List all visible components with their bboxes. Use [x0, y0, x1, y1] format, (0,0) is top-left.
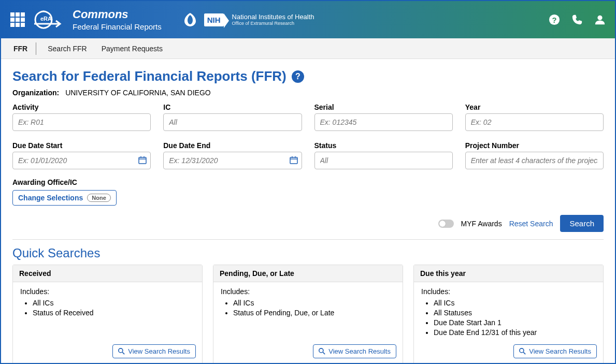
list-item: All ICs — [33, 299, 195, 307]
label-year: Year — [465, 103, 604, 111]
header-title: Commons — [73, 9, 162, 20]
quick-card-pending: Pending, Due, or Late Includes: All ICs … — [213, 265, 403, 364]
list-item: All Statuses — [434, 309, 596, 317]
header-titles: Commons Federal Financial Reports — [73, 9, 162, 31]
label-activity: Activity — [12, 103, 151, 111]
list-item: Due Date End 12/31 of this year — [434, 328, 596, 337]
input-activity[interactable] — [12, 113, 151, 131]
top-header: eRA Commons Federal Financial Reports NI… — [1, 1, 615, 38]
view-button-label: View Search Results — [128, 347, 190, 355]
view-search-results-button[interactable]: View Search Results — [112, 344, 196, 358]
search-form: Activity IC Serial Year Due Date Start D… — [12, 103, 604, 169]
apps-grid-icon[interactable] — [10, 12, 25, 27]
nav-payment-requests[interactable]: Payment Requests — [96, 42, 168, 55]
nih-text-line1: National Institutes of Health — [232, 13, 314, 21]
label-awarding: Awarding Office/IC — [12, 178, 77, 186]
field-due-end: Due Date End — [163, 141, 302, 169]
svg-line-17 — [523, 352, 525, 354]
era-logo-icon: eRA — [33, 9, 62, 30]
svg-rect-4 — [139, 157, 146, 164]
label-serial: Serial — [314, 103, 453, 111]
page-help-icon[interactable]: ? — [292, 70, 304, 83]
calendar-icon[interactable] — [290, 156, 298, 164]
myf-label: MYF Awards — [461, 220, 502, 228]
card-header: Received — [13, 265, 202, 282]
nih-box: NIH — [204, 13, 224, 26]
includes-label: Includes: — [221, 287, 395, 296]
quick-card-received: Received Includes: All ICs Status of Rec… — [12, 265, 203, 364]
hhs-nih-logos: NIH National Institutes of Health Office… — [182, 12, 314, 27]
input-project-number[interactable] — [465, 152, 604, 169]
page-title-row: Search for Federal Financial Reports (FF… — [12, 68, 604, 84]
svg-rect-8 — [290, 157, 297, 164]
svg-text:?: ? — [552, 16, 557, 24]
awarding-pill: None — [87, 194, 111, 202]
hhs-icon — [182, 12, 198, 27]
reset-search-link[interactable]: Reset Search — [509, 220, 553, 228]
nav-search-ffr[interactable]: Search FFR — [42, 42, 92, 55]
field-activity: Activity — [12, 103, 151, 131]
list-item: All ICs — [233, 299, 395, 307]
phone-icon[interactable] — [571, 14, 583, 25]
label-due-end: Due Date End — [163, 141, 302, 150]
nav-bar: FFR Search FFR Payment Requests — [1, 38, 615, 59]
input-due-end[interactable] — [163, 152, 302, 169]
field-serial: Serial — [314, 103, 453, 131]
search-icon — [319, 348, 325, 355]
quick-searches-title: Quick Searches — [12, 246, 604, 260]
view-button-label: View Search Results — [328, 347, 391, 355]
input-due-start[interactable] — [12, 152, 151, 169]
svg-point-3 — [597, 16, 602, 20]
quick-card-due-this-year: Due this year Includes: All ICs All Stat… — [413, 265, 604, 364]
field-due-start: Due Date Start — [12, 141, 151, 169]
actions-row: MYF Awards Reset Search Search — [12, 215, 604, 240]
calendar-icon[interactable] — [138, 156, 147, 164]
era-logo[interactable]: eRA — [33, 9, 62, 30]
field-project-number: Project Number — [465, 141, 604, 169]
label-status: Status — [314, 141, 453, 150]
list-item: Due Date Start Jan 1 — [434, 318, 596, 327]
input-ic[interactable] — [163, 113, 302, 131]
change-selections-label: Change Selections — [18, 194, 83, 202]
field-ic: IC — [163, 103, 302, 131]
nav-ffr[interactable]: FFR — [8, 42, 36, 55]
includes-label: Includes: — [20, 287, 195, 296]
svg-point-12 — [119, 348, 123, 353]
view-search-results-button[interactable]: View Search Results — [313, 344, 396, 358]
includes-label: Includes: — [421, 287, 596, 296]
search-icon — [519, 348, 526, 355]
field-year: Year — [465, 103, 604, 131]
search-icon — [118, 348, 125, 355]
card-header: Due this year — [414, 265, 603, 282]
field-status: Status — [314, 141, 453, 169]
search-button[interactable]: Search — [560, 215, 604, 232]
input-status[interactable] — [314, 152, 453, 169]
svg-line-13 — [122, 352, 124, 354]
svg-point-14 — [319, 348, 323, 353]
input-year[interactable] — [465, 113, 604, 131]
input-serial[interactable] — [314, 113, 453, 131]
header-subtitle: Federal Financial Reports — [73, 22, 162, 31]
change-selections-button[interactable]: Change Selections None — [12, 190, 117, 206]
view-search-results-button[interactable]: View Search Results — [513, 344, 597, 358]
view-button-label: View Search Results — [529, 347, 591, 355]
myf-toggle[interactable] — [438, 220, 454, 228]
user-icon[interactable] — [594, 14, 606, 25]
page-title: Search for Federal Financial Reports (FF… — [12, 68, 286, 84]
nih-text-line2: Office of Extramural Research — [232, 21, 314, 26]
label-due-start: Due Date Start — [12, 141, 151, 150]
help-icon[interactable]: ? — [549, 14, 560, 25]
list-item: All ICs — [434, 299, 596, 307]
list-item: Status of Received — [33, 309, 195, 317]
svg-text:eRA: eRA — [40, 16, 52, 22]
organization-label: Organization: — [12, 89, 59, 97]
svg-line-15 — [323, 352, 325, 354]
awarding-row: Awarding Office/IC Change Selections Non… — [12, 178, 604, 206]
quick-cards-row: Received Includes: All ICs Status of Rec… — [12, 265, 604, 364]
svg-point-16 — [520, 348, 524, 353]
organization-value: UNIVERSITY OF CALIFORNIA, SAN DIEGO — [65, 89, 211, 97]
label-ic: IC — [163, 103, 302, 111]
card-header: Pending, Due, or Late — [213, 265, 403, 282]
list-item: Status of Pending, Due, or Late — [233, 309, 395, 317]
organization-row: Organization: UNIVERSITY OF CALIFORNIA, … — [12, 89, 604, 97]
